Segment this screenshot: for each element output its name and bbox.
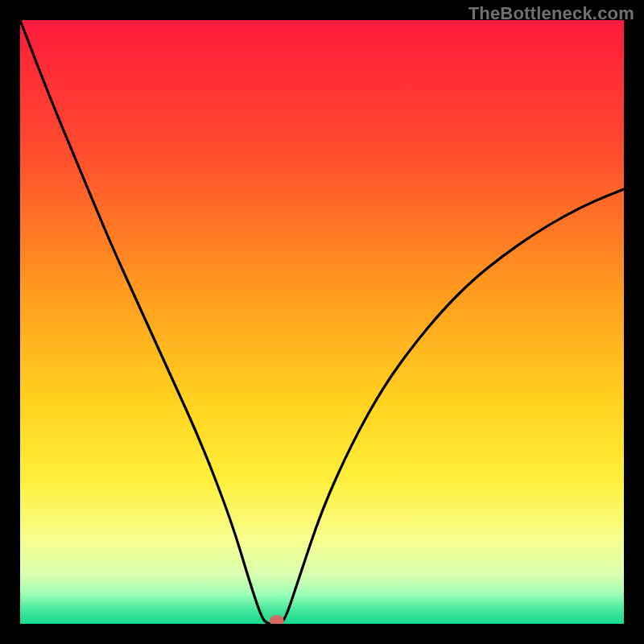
chart-frame: TheBottleneck.com (0, 0, 644, 644)
bottleneck-curve (20, 20, 624, 624)
plot-area (20, 20, 624, 624)
optimal-point-marker (270, 615, 284, 624)
watermark-text: TheBottleneck.com (469, 3, 634, 24)
